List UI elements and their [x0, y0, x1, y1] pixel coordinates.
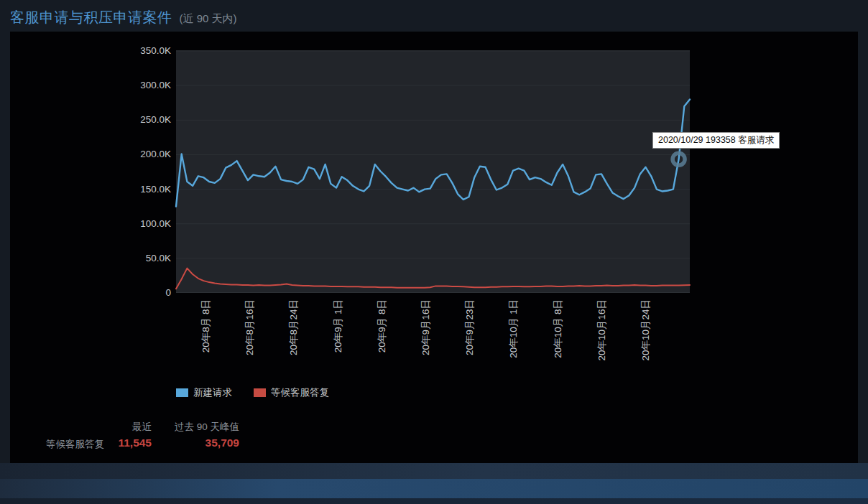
x-axis-tick-label: 20年10月24日	[640, 299, 652, 378]
y-axis-tick-label: 250.0K	[119, 113, 171, 126]
summary-value-peak: 35,709	[152, 437, 239, 449]
chart-tooltip: 2020/10/29 193358 客服请求	[652, 132, 780, 149]
y-axis-tick-label: 300.0K	[119, 79, 171, 92]
background-gradient-band	[0, 498, 868, 504]
y-axis-tick-label: 100.0K	[119, 218, 171, 230]
line-new-requests	[176, 99, 690, 206]
summary-row-label: 等候客服答复	[24, 438, 104, 451]
page-subtitle: (近 90 天内)	[180, 12, 237, 24]
x-axis-tick-label: 20年10月 8日	[552, 299, 564, 378]
summary-column-header-peak: 过去 90 天峰值	[152, 421, 239, 434]
summary-column-header-recent: 最近	[104, 421, 152, 434]
x-axis-tick-label: 20年9月 1日	[332, 299, 344, 378]
legend-item-waiting-reply: 等候客服答复	[254, 386, 329, 399]
x-axis-tick-label: 20年8月16日	[244, 299, 256, 378]
summary-value-recent: 11,545	[104, 437, 152, 449]
page-title: 客服申请与积压申请案件	[10, 9, 172, 25]
chart-plot-area[interactable]	[176, 50, 690, 293]
background-gradient-band	[0, 463, 868, 479]
support-requests-chart[interactable]	[176, 50, 690, 293]
x-axis-tick-label: 20年8月24日	[287, 299, 300, 378]
y-axis-tick-label: 50.0K	[119, 252, 171, 265]
y-axis-tick-label: 200.0K	[119, 148, 171, 161]
y-axis-tick-label: 0	[119, 286, 171, 299]
x-axis-tick-label: 20年9月 8日	[376, 299, 388, 378]
page-header: 客服申请与积压申请案件(近 90 天内)	[10, 8, 237, 27]
x-axis-tick-label: 20年10月16日	[596, 299, 608, 378]
x-axis-tick-label: 20年8月 8日	[200, 299, 212, 378]
chart-legend: 新建请求 等候客服答复	[176, 386, 329, 399]
legend-swatch-new-requests-icon	[176, 388, 188, 397]
x-axis-tick-label: 20年9月16日	[420, 299, 432, 378]
legend-label-waiting-reply: 等候客服答复	[271, 386, 329, 399]
y-axis-tick-label: 150.0K	[119, 183, 171, 196]
legend-swatch-waiting-reply-icon	[254, 388, 266, 397]
legend-item-new-requests: 新建请求	[176, 386, 232, 399]
line-waiting-reply	[176, 269, 690, 289]
background-gradient-band	[0, 479, 868, 498]
x-axis-tick-label: 20年10月 1日	[507, 299, 520, 378]
x-axis-tick-label: 20年9月23日	[463, 299, 476, 378]
legend-label-new-requests: 新建请求	[193, 386, 232, 399]
y-axis-tick-label: 350.0K	[119, 45, 171, 57]
